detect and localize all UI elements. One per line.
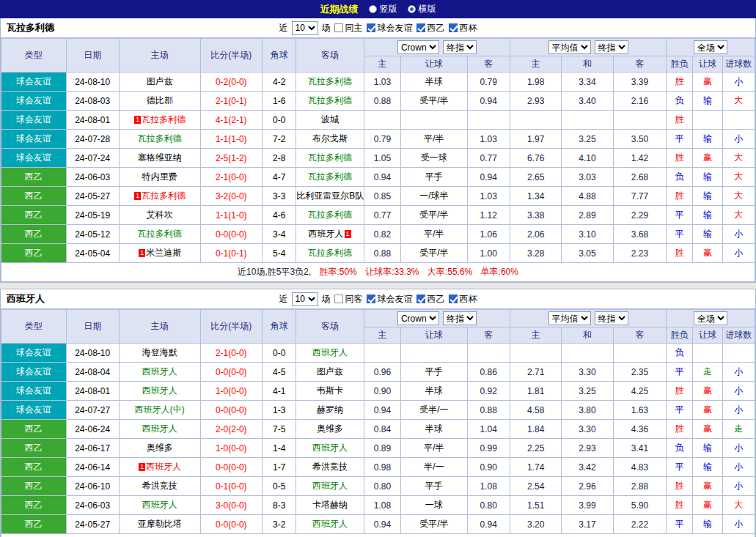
goals-result-cell: 小 [722, 515, 755, 534]
recent-count-select[interactable]: 10 [292, 21, 318, 35]
recent-count-select[interactable]: 10 [292, 292, 318, 306]
competition-type-cell: 球会友谊 [1, 382, 67, 401]
comp-friendly-filter[interactable]: 球会友谊 [367, 293, 413, 305]
match-row: 西乙24-06-17奥维多1-0(0-0)1-4西班牙人0.89平/半0.992… [1, 439, 755, 458]
away-team-name[interactable]: 瓦拉多利德 [308, 210, 352, 220]
comp-friendly-checkbox[interactable] [367, 23, 375, 32]
euro-draw-odds-cell: 2.93 [562, 439, 613, 458]
home-team-name[interactable]: 特内里费 [142, 171, 177, 182]
layout-option-vertical[interactable]: 竖版 [369, 3, 397, 15]
asia-odds-time-select[interactable]: 终指 [443, 40, 477, 54]
away-team-name[interactable]: 比利亚雷亚尔B队 [296, 190, 364, 201]
away-team-name[interactable]: 西班牙人 [312, 519, 348, 529]
asia-home-odds-cell: 0.94 [364, 515, 400, 534]
home-team-name[interactable]: 亚摩勒比塔 [138, 519, 182, 529]
away-team-name[interactable]: 图卢兹 [317, 366, 343, 377]
euro-avg-select[interactable]: 平均值 [548, 311, 591, 325]
comp-league-filter[interactable]: 西乙 [416, 293, 445, 305]
scope-select[interactable]: 全场 [694, 311, 727, 325]
away-team-name[interactable]: 瓦拉多利德 [308, 248, 352, 258]
same-venue-checkbox[interactable] [334, 23, 343, 32]
home-team-name[interactable]: 奥维多 [147, 442, 173, 453]
home-team-name[interactable]: 希洪竞技 [142, 481, 177, 491]
comp-league-checkbox[interactable] [416, 23, 425, 32]
same-venue-filter[interactable]: 同主 [334, 22, 363, 34]
euro-away-odds-cell: 7.77 [613, 187, 666, 206]
comp-cup-checkbox[interactable] [449, 23, 458, 32]
col-euro-draw: 和 [562, 327, 613, 344]
away-team-name[interactable]: 瓦拉多利德 [308, 76, 352, 86]
matches-label: 场 [322, 293, 331, 305]
euro-avg-select[interactable]: 平均值 [548, 40, 591, 54]
col-euro-draw: 和 [562, 56, 613, 73]
asia-away-odds-cell: 0.92 [467, 382, 510, 401]
away-team-name[interactable]: 西班牙人 [309, 229, 344, 239]
away-team-name[interactable]: 瓦拉多利德 [308, 152, 352, 163]
home-team-name[interactable]: 米兰迪斯 [146, 248, 181, 258]
asia-handicap-cell [401, 344, 468, 363]
corners-cell: 2-8 [263, 149, 296, 168]
comp-cup-checkbox[interactable] [449, 295, 458, 303]
same-venue-filter[interactable]: 同客 [334, 293, 363, 305]
home-team-name[interactable]: 瓦拉多利德 [142, 114, 186, 125]
euro-home-odds-cell: 2.71 [510, 363, 561, 382]
home-team-name[interactable]: 西班牙人 [142, 423, 177, 434]
layout-option-horizontal[interactable]: 横版 [408, 3, 436, 15]
home-team-name[interactable]: 瓦拉多利德 [142, 190, 186, 201]
scope-select[interactable]: 全场 [694, 40, 727, 54]
home-team-name[interactable]: 西班牙人 [142, 385, 177, 396]
home-team-name[interactable]: 瓦拉多利德 [138, 133, 182, 144]
comp-friendly-checkbox[interactable] [367, 295, 375, 303]
away-team-cell: 韦斯卡 [296, 382, 364, 401]
result-cell: 平 [667, 225, 693, 244]
match-row: 球会友谊24-08-10图卢兹0-2(0-0)4-2瓦拉多利德1.03半球0.7… [1, 73, 755, 92]
euro-away-odds-cell [613, 344, 666, 363]
home-team-name[interactable]: 图卢兹 [147, 76, 173, 86]
home-team-name[interactable]: 海登海默 [142, 347, 177, 358]
home-team-name[interactable]: 西班牙人 [146, 462, 181, 472]
euro-odds-time-select[interactable]: 终指 [595, 311, 628, 325]
home-team-name[interactable]: 艾科坎 [147, 210, 173, 220]
asia-handicap-cell: 受半/一 [401, 401, 468, 420]
score-cell: 0-0(0-0) [200, 515, 262, 534]
handicap-result-cell: 赢 [693, 149, 722, 168]
away-team-name[interactable]: 布尔戈斯 [312, 133, 348, 144]
away-team-name[interactable]: 波城 [321, 114, 339, 125]
home-team-name[interactable]: 德比郡 [147, 95, 173, 105]
away-team-name[interactable]: 瓦拉多利德 [308, 95, 352, 105]
home-team-cell: 瓦拉多利德 [119, 130, 200, 149]
bookmaker-select[interactable]: Crown [397, 311, 439, 325]
comp-cup-filter[interactable]: 西杯 [449, 293, 477, 305]
home-team-name[interactable]: 西班牙人 [142, 500, 177, 510]
away-team-name[interactable]: 希洪竞技 [312, 462, 348, 472]
away-team-name[interactable]: 西班牙人 [312, 347, 348, 358]
away-team-name[interactable]: 韦斯卡 [317, 385, 343, 396]
away-team-name[interactable]: 赫罗纳 [317, 404, 343, 415]
bookmaker-select[interactable]: Crown [397, 40, 439, 54]
home-team-name[interactable]: 西班牙人(中) [135, 404, 185, 415]
comp-cup-filter[interactable]: 西杯 [449, 22, 477, 34]
euro-home-odds-cell: 1.34 [510, 187, 561, 206]
euro-odds-time-select[interactable]: 终指 [595, 40, 628, 54]
score-cell: 1-1(1-0) [200, 206, 262, 225]
same-venue-checkbox[interactable] [334, 295, 343, 303]
home-team-name[interactable]: 瓦拉多利德 [138, 229, 182, 239]
comp-league-filter[interactable]: 西乙 [416, 22, 445, 34]
away-team-name[interactable]: 西班牙人 [312, 481, 348, 491]
red-card-badge: 1 [134, 192, 141, 200]
asia-home-odds-cell: 0.89 [364, 439, 400, 458]
score-cell: 2-1(0-1) [200, 92, 262, 111]
corners-cell: 4-1 [263, 382, 296, 401]
away-team-name[interactable]: 西班牙人 [312, 442, 348, 453]
comp-league-checkbox[interactable] [416, 295, 425, 303]
home-team-name[interactable]: 塞格维亚纳 [138, 152, 182, 163]
euro-home-odds-cell: 1.51 [510, 496, 561, 515]
results-table: 类型 日期 主场 比分(半场) 角球 客场 Crown 终指 平均值 终指 [1, 309, 755, 537]
away-team-name[interactable]: 卡塔赫纳 [312, 500, 348, 510]
comp-friendly-filter[interactable]: 球会友谊 [367, 22, 413, 34]
away-team-name[interactable]: 奥维多 [317, 423, 343, 434]
match-date-cell: 24-05-12 [66, 225, 119, 244]
away-team-name[interactable]: 瓦拉多利德 [308, 171, 352, 182]
asia-odds-time-select[interactable]: 终指 [443, 311, 477, 325]
home-team-name[interactable]: 西班牙人 [142, 366, 177, 377]
